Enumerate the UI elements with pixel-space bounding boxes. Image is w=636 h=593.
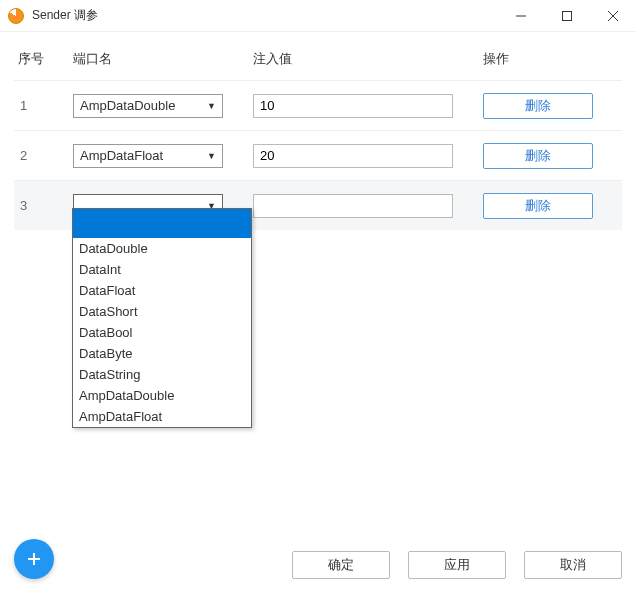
svg-rect-1 (563, 11, 572, 20)
window-controls (498, 0, 636, 31)
col-value: 注入值 (253, 50, 483, 68)
row-seq: 2 (18, 148, 73, 163)
delete-button[interactable]: 删除 (483, 93, 593, 119)
delete-button[interactable]: 删除 (483, 143, 593, 169)
col-seq: 序号 (18, 50, 73, 68)
plus-icon (26, 551, 42, 567)
app-icon (8, 8, 24, 24)
dropdown-option[interactable]: DataByte (73, 343, 251, 364)
dropdown-option[interactable]: DataDouble (73, 238, 251, 259)
table-header: 序号 端口名 注入值 操作 (14, 44, 622, 80)
content-area: 序号 端口名 注入值 操作 1 AmpDataDouble ▼ 删除 2 Amp… (0, 32, 636, 230)
row-seq: 1 (18, 98, 73, 113)
col-port: 端口名 (73, 50, 253, 68)
port-dropdown-list[interactable]: DataDouble DataInt DataFloat DataShort D… (72, 208, 252, 428)
table-row: 1 AmpDataDouble ▼ 删除 (14, 80, 622, 130)
value-input[interactable] (253, 94, 453, 118)
port-select[interactable]: AmpDataFloat ▼ (73, 144, 223, 168)
col-action: 操作 (483, 50, 623, 68)
dropdown-option[interactable]: DataShort (73, 301, 251, 322)
close-button[interactable] (590, 0, 636, 31)
port-select-value: AmpDataFloat (80, 148, 207, 163)
minimize-button[interactable] (498, 0, 544, 31)
row-seq: 3 (18, 198, 73, 213)
minimize-icon (516, 11, 526, 21)
port-select[interactable]: AmpDataDouble ▼ (73, 94, 223, 118)
maximize-icon (562, 11, 572, 21)
footer-buttons: 确定 应用 取消 (292, 551, 622, 579)
dropdown-option[interactable]: DataBool (73, 322, 251, 343)
add-row-button[interactable] (14, 539, 54, 579)
dropdown-option-selected[interactable] (73, 209, 251, 238)
dropdown-option[interactable]: DataString (73, 364, 251, 385)
ok-button[interactable]: 确定 (292, 551, 390, 579)
cancel-button[interactable]: 取消 (524, 551, 622, 579)
chevron-down-icon: ▼ (207, 151, 216, 161)
value-input[interactable] (253, 194, 453, 218)
dropdown-option[interactable]: AmpDataDouble (73, 385, 251, 406)
dropdown-option[interactable]: DataInt (73, 259, 251, 280)
window-title: Sender 调参 (32, 7, 498, 24)
apply-button[interactable]: 应用 (408, 551, 506, 579)
port-select-value: AmpDataDouble (80, 98, 207, 113)
table-row: 2 AmpDataFloat ▼ 删除 (14, 130, 622, 180)
titlebar: Sender 调参 (0, 0, 636, 32)
delete-button[interactable]: 删除 (483, 193, 593, 219)
chevron-down-icon: ▼ (207, 101, 216, 111)
maximize-button[interactable] (544, 0, 590, 31)
dropdown-option[interactable]: DataFloat (73, 280, 251, 301)
close-icon (608, 11, 618, 21)
dropdown-option[interactable]: AmpDataFloat (73, 406, 251, 427)
value-input[interactable] (253, 144, 453, 168)
